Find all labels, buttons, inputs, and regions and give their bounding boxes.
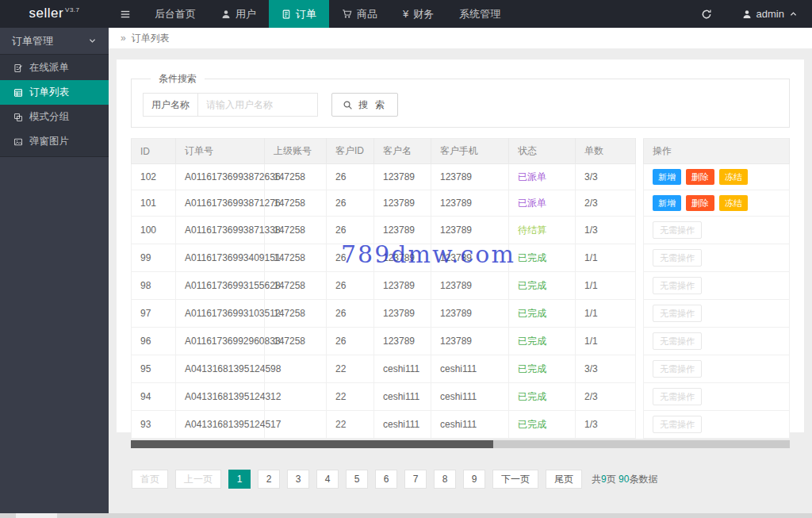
summary-total-items: 90 [619,474,629,485]
delete-button[interactable]: 删除 [686,169,714,185]
nav-item-5[interactable]: ¥财务 [390,0,446,28]
pagination-page-2[interactable]: 2 [258,470,280,489]
sidebar-item-2[interactable]: 订单列表 [0,80,109,105]
sidebar-toggle-button[interactable] [109,0,142,28]
delete-button[interactable]: 删除 [686,195,714,211]
order-icon [282,10,291,19]
table-row: 101A011617369938712761472582612378912378… [132,190,790,217]
cell-order-no: A04131681395124517 [176,411,265,439]
no-action-button: 无需操作 [653,388,702,405]
cell-parent-account: 147258 [265,244,327,272]
no-action-button: 无需操作 [653,305,702,322]
pagination-page-9[interactable]: 9 [463,470,485,489]
dispatch-icon [13,63,23,73]
cell-status: 已完成 [509,328,576,355]
cell-count: 1/1 [576,328,636,355]
pagination-page-4[interactable]: 4 [316,470,339,489]
sidebar-item-3[interactable]: 模式分组 [0,105,109,129]
nav-item-1[interactable]: 后台首页 [142,0,209,28]
cell-customer-id: 26 [327,328,374,355]
search-button[interactable]: 搜 索 [331,93,398,117]
column-spacer [636,355,644,383]
pagination-last-button[interactable]: 尾页 [546,470,582,489]
table-scrollbar-thumb[interactable] [131,440,493,448]
column-header: 客户ID [327,139,374,164]
cell-actions: 无需操作 [644,355,790,383]
sidebar-group-label: 订单管理 [12,34,53,48]
cell-status: 已完成 [509,300,576,328]
cell-customer-name: ceshi111 [374,383,431,411]
cell-customer-name: 123789 [374,190,431,217]
user-icon [742,10,752,19]
page-scrollbar-thumb[interactable] [16,513,57,518]
cell-customer-phone: 123789 [431,328,509,355]
nav-item-6[interactable]: 系统管理 [446,0,513,28]
cell-count: 1/1 [576,300,636,328]
cell-customer-phone: ceshi111 [431,411,509,439]
table-row: 95A0413168139512459822ceshi111ceshi111已完… [132,355,790,383]
freeze-button[interactable]: 冻结 [719,195,748,211]
add-button[interactable]: 新增 [653,169,681,185]
cell-actions: 无需操作 [644,217,790,244]
cell-customer-phone: 123789 [431,244,509,272]
cell-count: 3/3 [576,355,636,383]
cell-customer-name: 123789 [374,300,431,328]
status-badge: 已完成 [518,419,546,430]
cell-id: 94 [132,383,176,411]
cell-customer-phone: 123789 [431,217,509,244]
no-action-button: 无需操作 [653,249,702,267]
cell-id: 93 [132,411,176,439]
cell-id: 102 [132,164,176,190]
pagination-page-7[interactable]: 7 [404,470,427,489]
pagination-next-button[interactable]: 下一页 [492,470,538,489]
user-name: admin [756,8,784,20]
page-horizontal-scrollbar[interactable] [0,513,812,518]
cell-id: 97 [132,300,176,328]
nav-item-2[interactable]: 用户 [209,0,269,28]
column-spacer [636,139,644,164]
column-header: 单数 [576,139,636,164]
status-badge: 已完成 [518,363,546,374]
search-panel-title: 条件搜索 [151,72,205,86]
pagination-first-button: 首页 [132,470,168,489]
nav-item-3[interactable]: 订单 [269,0,329,28]
sidebar-menu: 在线派单订单列表模式分组弹窗图片 [0,54,109,157]
no-action-button: 无需操作 [653,416,702,433]
cell-customer-id: 26 [327,272,374,300]
pagination-page-1[interactable]: 1 [228,470,251,489]
chevron-down-icon [88,36,97,45]
cell-customer-id: 22 [327,383,374,411]
cell-customer-phone: ceshi111 [431,355,509,383]
cell-count: 1/1 [576,272,636,300]
freeze-button[interactable]: 冻结 [719,169,748,185]
cell-customer-id: 26 [327,244,374,272]
cell-actions: 无需操作 [644,328,790,355]
refresh-icon [701,9,712,20]
status-badge: 已完成 [518,280,546,291]
cell-order-no: A01161736993872636 [176,164,265,190]
nav-item-4[interactable]: 商品 [329,0,390,28]
pagination-page-3[interactable]: 3 [287,470,309,489]
pagination-page-5[interactable]: 5 [346,470,368,489]
sidebar-group-order-management[interactable]: 订单管理 [0,28,109,54]
pagination-prev-button: 上一页 [175,470,221,489]
sidebar-item-4[interactable]: 弹窗图片 [0,129,109,154]
cell-id: 99 [132,244,176,272]
add-button[interactable]: 新增 [653,195,681,211]
pagination-page-6[interactable]: 6 [375,470,397,489]
table-horizontal-scrollbar[interactable] [131,440,790,448]
refresh-button[interactable] [685,0,728,28]
username-input[interactable] [197,93,318,117]
pagination-page-8[interactable]: 8 [434,470,456,489]
sidebar: 订单管理 在线派单订单列表模式分组弹窗图片 [0,28,109,513]
topbar-right: admin [685,0,812,28]
column-spacer [636,217,644,244]
sidebar-item-1[interactable]: 在线派单 [0,56,109,80]
pagination-summary: 共9页 90条数据 [592,473,657,486]
summary-items-unit: 条数据 [629,474,657,485]
user-menu[interactable]: admin [728,0,812,28]
cell-count: 2/3 [576,190,636,217]
sidebar-item-label: 弹窗图片 [29,135,69,148]
cell-actions: 无需操作 [644,411,790,439]
cell-actions: 新增删除冻结 [644,164,790,190]
